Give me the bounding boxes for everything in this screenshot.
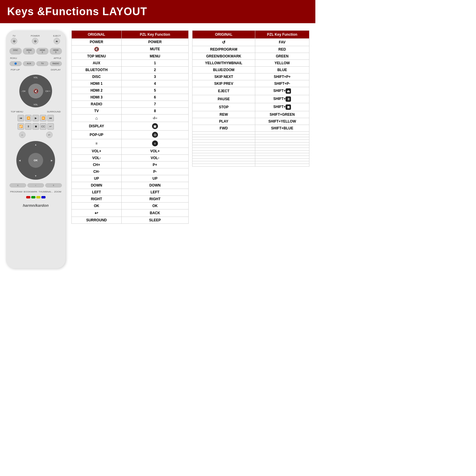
function-cell: P+ xyxy=(121,162,188,168)
original-cell: EJECT xyxy=(192,87,255,95)
function-cell: BLUE xyxy=(255,67,309,73)
function-cell: P- xyxy=(121,168,188,175)
skip-prev-button[interactable]: ⏮ xyxy=(18,115,24,121)
table-row: YELLOW/THYMBNAILYELLOW xyxy=(192,60,309,67)
original-cell: PLAY xyxy=(192,118,255,125)
subtitle-button[interactable]: CC xyxy=(40,123,46,130)
function-cell: MENU xyxy=(121,53,188,60)
table-row: RIGHTRIGHT xyxy=(72,196,189,203)
hdmi3-button[interactable]: HDMI 3 xyxy=(50,48,62,54)
table-row xyxy=(192,140,309,143)
table-row: PLAYSHIFT+YELLOW xyxy=(192,118,309,125)
rew-button[interactable]: ⏪ xyxy=(25,115,32,121)
original-cell: HDMI 2 xyxy=(72,87,122,94)
original-cell: STOP xyxy=(192,103,255,111)
disc-button[interactable]: DISC xyxy=(10,48,22,54)
pause-button[interactable]: ⏸ xyxy=(25,123,32,130)
original-cell: ↩ xyxy=(72,209,122,217)
table-row xyxy=(192,148,309,151)
subtitle-btn2[interactable]: ≡ xyxy=(10,183,26,187)
table-row: BLUE/ZOOMBLUE xyxy=(192,67,309,73)
repeat-button[interactable]: 🔁 xyxy=(18,123,24,130)
return-button[interactable]: ↩ xyxy=(47,123,54,130)
remote-control: TV ⏻ POWER ⏻ EJECT ⏏ DISC HDMI 1 HDMI 2 … xyxy=(6,30,65,268)
original-cell: BLUE/ZOOM xyxy=(192,67,255,73)
fwd-button[interactable]: ⏩ xyxy=(40,115,46,121)
table-row: BLUETOOTH2 xyxy=(72,67,189,73)
bt-button[interactable]: 🔵 xyxy=(10,61,22,66)
options-btn[interactable]: ≡ xyxy=(45,183,62,187)
table-row: DOWNDOWN xyxy=(72,182,189,189)
table-row xyxy=(192,132,309,134)
table-row: OKOK xyxy=(72,203,189,209)
function-cell xyxy=(255,151,309,153)
back-button[interactable]: ↩ xyxy=(46,131,53,138)
table-row xyxy=(192,164,309,167)
original-cell: ⌂ xyxy=(72,115,122,122)
color-bar xyxy=(26,196,46,198)
bookmark-label: BOOKMARK xyxy=(24,190,37,193)
tv-src-button[interactable]: TV xyxy=(36,61,48,66)
nav-wheel: ▲ ▼ ◀ ▶ OK xyxy=(16,141,55,180)
function-cell: SHIFT+BLUE xyxy=(255,125,309,132)
stop-button[interactable]: ⏹ xyxy=(32,123,39,130)
vol-minus-label: VOL xyxy=(34,104,38,106)
table-row xyxy=(192,156,309,159)
function-cell: 5 xyxy=(121,87,188,94)
power-button[interactable]: ⏻ xyxy=(32,38,38,44)
table-row: HDMI 25 xyxy=(72,87,189,94)
table2: ORIGINAL PZL Key Function ↺FAVRED/PROGRA… xyxy=(192,30,309,268)
info-btn[interactable]: i xyxy=(27,183,44,187)
table1-col1-header: ORIGINAL xyxy=(72,31,122,39)
original-cell: DISPLAY xyxy=(72,122,122,131)
original-cell xyxy=(192,143,255,145)
function-cell xyxy=(255,132,309,134)
table-row: CH+P+ xyxy=(72,162,189,168)
original-cell: RADIO xyxy=(72,101,122,108)
table2-col2-header: PZL Key Function xyxy=(255,31,309,39)
table-row: EJECTSHIFT+⏏ xyxy=(192,87,309,95)
ok-button[interactable]: OK xyxy=(28,153,43,168)
tv-button[interactable]: ⏻ xyxy=(11,38,17,44)
eject-label: EJECT xyxy=(53,35,61,37)
original-cell: VOL- xyxy=(72,155,122,162)
red-dot xyxy=(26,196,30,198)
function-cell: FAV xyxy=(255,39,309,46)
right-arrow: ▶ xyxy=(51,159,53,162)
table1-col2-header: PZL Key Function xyxy=(121,31,188,39)
original-cell: VOL+ xyxy=(72,148,122,155)
original-cell: REW xyxy=(192,111,255,118)
hdmi1-button[interactable]: HDMI 1 xyxy=(23,48,35,54)
function-cell: UP xyxy=(121,175,188,182)
function-cell: 3 xyxy=(121,73,188,80)
roku-label: ROKU xyxy=(10,57,17,60)
left-arrow: ◀ xyxy=(19,159,21,162)
original-cell xyxy=(192,132,255,134)
home-button[interactable]: ⌂ xyxy=(19,131,26,138)
original-cell: AUX xyxy=(72,60,122,67)
play-button[interactable]: ▶ xyxy=(32,115,39,121)
original-cell xyxy=(192,140,255,143)
function-cell xyxy=(255,140,309,143)
function-cell xyxy=(255,164,309,167)
up-arrow: ▲ xyxy=(35,143,37,146)
apple-label: APPLE xyxy=(54,57,61,60)
function-cell: SHIFT+⏹ xyxy=(255,103,309,111)
radio-button[interactable]: RADIO xyxy=(50,61,62,66)
skip-next-button[interactable]: ⏭ xyxy=(47,115,54,121)
function-cell xyxy=(255,134,309,137)
mute-button[interactable]: 🔇 xyxy=(28,84,43,98)
original-cell: ↺ xyxy=(192,39,255,46)
table2-col1-header: ORIGINAL xyxy=(192,31,255,39)
function-cell xyxy=(255,161,309,164)
table-row: HDMI 36 xyxy=(72,94,189,101)
table-row: RED/PROGRAMRED xyxy=(192,46,309,53)
original-cell xyxy=(192,164,255,167)
original-cell: BLUETOOTH xyxy=(72,67,122,73)
eject-button[interactable]: ⏏ xyxy=(54,38,60,44)
hdmi2-button[interactable]: HDMI 2 xyxy=(36,48,48,54)
aux-button[interactable]: AUX xyxy=(23,61,35,66)
function-cell: OK xyxy=(121,203,188,209)
table-row: PAUSESHIFT+⏸ xyxy=(192,95,309,103)
down-arrow: ▼ xyxy=(35,175,37,177)
